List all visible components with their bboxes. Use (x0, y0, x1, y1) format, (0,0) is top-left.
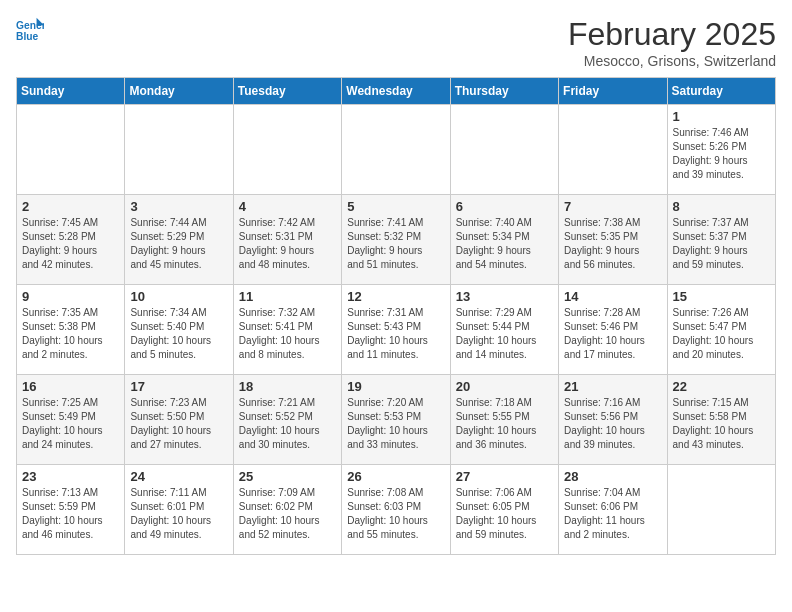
day-number: 20 (456, 379, 553, 394)
day-number: 7 (564, 199, 661, 214)
calendar-cell: 1Sunrise: 7:46 AM Sunset: 5:26 PM Daylig… (667, 105, 775, 195)
calendar-cell: 26Sunrise: 7:08 AM Sunset: 6:03 PM Dayli… (342, 465, 450, 555)
day-number: 18 (239, 379, 336, 394)
day-number: 25 (239, 469, 336, 484)
day-info: Sunrise: 7:38 AM Sunset: 5:35 PM Dayligh… (564, 216, 661, 272)
calendar-cell (342, 105, 450, 195)
calendar-cell: 3Sunrise: 7:44 AM Sunset: 5:29 PM Daylig… (125, 195, 233, 285)
calendar-cell: 7Sunrise: 7:38 AM Sunset: 5:35 PM Daylig… (559, 195, 667, 285)
calendar-cell: 21Sunrise: 7:16 AM Sunset: 5:56 PM Dayli… (559, 375, 667, 465)
day-number: 9 (22, 289, 119, 304)
weekday-header-tuesday: Tuesday (233, 78, 341, 105)
week-row-5: 23Sunrise: 7:13 AM Sunset: 5:59 PM Dayli… (17, 465, 776, 555)
week-row-2: 2Sunrise: 7:45 AM Sunset: 5:28 PM Daylig… (17, 195, 776, 285)
day-number: 4 (239, 199, 336, 214)
day-info: Sunrise: 7:20 AM Sunset: 5:53 PM Dayligh… (347, 396, 444, 452)
logo: General Blue (16, 16, 46, 44)
day-info: Sunrise: 7:04 AM Sunset: 6:06 PM Dayligh… (564, 486, 661, 542)
weekday-header-saturday: Saturday (667, 78, 775, 105)
calendar-cell (125, 105, 233, 195)
calendar-cell: 10Sunrise: 7:34 AM Sunset: 5:40 PM Dayli… (125, 285, 233, 375)
calendar-cell (450, 105, 558, 195)
calendar-cell: 15Sunrise: 7:26 AM Sunset: 5:47 PM Dayli… (667, 285, 775, 375)
calendar-cell: 19Sunrise: 7:20 AM Sunset: 5:53 PM Dayli… (342, 375, 450, 465)
calendar-cell: 17Sunrise: 7:23 AM Sunset: 5:50 PM Dayli… (125, 375, 233, 465)
day-number: 27 (456, 469, 553, 484)
calendar-cell: 9Sunrise: 7:35 AM Sunset: 5:38 PM Daylig… (17, 285, 125, 375)
calendar-cell: 20Sunrise: 7:18 AM Sunset: 5:55 PM Dayli… (450, 375, 558, 465)
calendar-cell: 28Sunrise: 7:04 AM Sunset: 6:06 PM Dayli… (559, 465, 667, 555)
day-number: 8 (673, 199, 770, 214)
calendar-cell: 13Sunrise: 7:29 AM Sunset: 5:44 PM Dayli… (450, 285, 558, 375)
weekday-header-wednesday: Wednesday (342, 78, 450, 105)
calendar-cell: 4Sunrise: 7:42 AM Sunset: 5:31 PM Daylig… (233, 195, 341, 285)
day-number: 2 (22, 199, 119, 214)
day-number: 15 (673, 289, 770, 304)
day-number: 1 (673, 109, 770, 124)
day-info: Sunrise: 7:44 AM Sunset: 5:29 PM Dayligh… (130, 216, 227, 272)
day-info: Sunrise: 7:09 AM Sunset: 6:02 PM Dayligh… (239, 486, 336, 542)
day-number: 11 (239, 289, 336, 304)
calendar-cell: 2Sunrise: 7:45 AM Sunset: 5:28 PM Daylig… (17, 195, 125, 285)
day-number: 23 (22, 469, 119, 484)
calendar-table: SundayMondayTuesdayWednesdayThursdayFrid… (16, 77, 776, 555)
day-info: Sunrise: 7:26 AM Sunset: 5:47 PM Dayligh… (673, 306, 770, 362)
day-info: Sunrise: 7:21 AM Sunset: 5:52 PM Dayligh… (239, 396, 336, 452)
weekday-header-sunday: Sunday (17, 78, 125, 105)
svg-text:Blue: Blue (16, 31, 39, 42)
calendar-cell (559, 105, 667, 195)
day-number: 21 (564, 379, 661, 394)
weekday-header-row: SundayMondayTuesdayWednesdayThursdayFrid… (17, 78, 776, 105)
day-info: Sunrise: 7:28 AM Sunset: 5:46 PM Dayligh… (564, 306, 661, 362)
weekday-header-friday: Friday (559, 78, 667, 105)
day-number: 6 (456, 199, 553, 214)
logo-icon: General Blue (16, 16, 44, 44)
calendar-cell: 16Sunrise: 7:25 AM Sunset: 5:49 PM Dayli… (17, 375, 125, 465)
day-info: Sunrise: 7:18 AM Sunset: 5:55 PM Dayligh… (456, 396, 553, 452)
calendar-cell: 25Sunrise: 7:09 AM Sunset: 6:02 PM Dayli… (233, 465, 341, 555)
day-number: 14 (564, 289, 661, 304)
calendar-cell: 18Sunrise: 7:21 AM Sunset: 5:52 PM Dayli… (233, 375, 341, 465)
calendar-cell: 12Sunrise: 7:31 AM Sunset: 5:43 PM Dayli… (342, 285, 450, 375)
title-block: February 2025 Mesocco, Grisons, Switzerl… (568, 16, 776, 69)
day-number: 12 (347, 289, 444, 304)
day-info: Sunrise: 7:41 AM Sunset: 5:32 PM Dayligh… (347, 216, 444, 272)
week-row-3: 9Sunrise: 7:35 AM Sunset: 5:38 PM Daylig… (17, 285, 776, 375)
day-info: Sunrise: 7:32 AM Sunset: 5:41 PM Dayligh… (239, 306, 336, 362)
day-info: Sunrise: 7:37 AM Sunset: 5:37 PM Dayligh… (673, 216, 770, 272)
day-number: 19 (347, 379, 444, 394)
day-info: Sunrise: 7:45 AM Sunset: 5:28 PM Dayligh… (22, 216, 119, 272)
week-row-1: 1Sunrise: 7:46 AM Sunset: 5:26 PM Daylig… (17, 105, 776, 195)
day-info: Sunrise: 7:29 AM Sunset: 5:44 PM Dayligh… (456, 306, 553, 362)
day-number: 3 (130, 199, 227, 214)
calendar-cell: 11Sunrise: 7:32 AM Sunset: 5:41 PM Dayli… (233, 285, 341, 375)
calendar-cell: 5Sunrise: 7:41 AM Sunset: 5:32 PM Daylig… (342, 195, 450, 285)
day-info: Sunrise: 7:16 AM Sunset: 5:56 PM Dayligh… (564, 396, 661, 452)
calendar-cell: 23Sunrise: 7:13 AM Sunset: 5:59 PM Dayli… (17, 465, 125, 555)
day-number: 26 (347, 469, 444, 484)
day-info: Sunrise: 7:46 AM Sunset: 5:26 PM Dayligh… (673, 126, 770, 182)
calendar-cell: 22Sunrise: 7:15 AM Sunset: 5:58 PM Dayli… (667, 375, 775, 465)
day-info: Sunrise: 7:08 AM Sunset: 6:03 PM Dayligh… (347, 486, 444, 542)
day-number: 22 (673, 379, 770, 394)
page-header: General Blue February 2025 Mesocco, Gris… (16, 16, 776, 69)
calendar-cell (17, 105, 125, 195)
day-number: 13 (456, 289, 553, 304)
day-info: Sunrise: 7:42 AM Sunset: 5:31 PM Dayligh… (239, 216, 336, 272)
day-number: 10 (130, 289, 227, 304)
week-row-4: 16Sunrise: 7:25 AM Sunset: 5:49 PM Dayli… (17, 375, 776, 465)
day-number: 17 (130, 379, 227, 394)
calendar-cell: 6Sunrise: 7:40 AM Sunset: 5:34 PM Daylig… (450, 195, 558, 285)
calendar-cell (233, 105, 341, 195)
day-info: Sunrise: 7:35 AM Sunset: 5:38 PM Dayligh… (22, 306, 119, 362)
day-info: Sunrise: 7:40 AM Sunset: 5:34 PM Dayligh… (456, 216, 553, 272)
day-info: Sunrise: 7:15 AM Sunset: 5:58 PM Dayligh… (673, 396, 770, 452)
day-number: 5 (347, 199, 444, 214)
day-number: 28 (564, 469, 661, 484)
calendar-cell: 24Sunrise: 7:11 AM Sunset: 6:01 PM Dayli… (125, 465, 233, 555)
day-info: Sunrise: 7:34 AM Sunset: 5:40 PM Dayligh… (130, 306, 227, 362)
day-info: Sunrise: 7:11 AM Sunset: 6:01 PM Dayligh… (130, 486, 227, 542)
weekday-header-monday: Monday (125, 78, 233, 105)
day-number: 24 (130, 469, 227, 484)
day-number: 16 (22, 379, 119, 394)
